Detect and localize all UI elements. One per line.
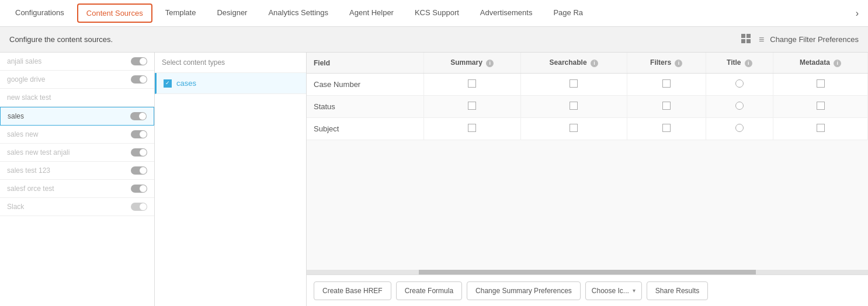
filters-status[interactable] xyxy=(627,96,706,118)
sidebar-label: sales new xyxy=(7,130,38,138)
content-types-header: Select content types xyxy=(155,53,306,73)
left-sidebar: anjali sales google drive new slack test… xyxy=(0,53,155,306)
col-header-metadata: Metadata i xyxy=(773,53,868,74)
checkbox[interactable] xyxy=(570,102,578,110)
cases-label: cases xyxy=(176,79,196,88)
change-summary-preferences-button[interactable]: Change Summary Preferences xyxy=(467,281,581,300)
nav-item-advertisements[interactable]: Advertisements xyxy=(470,0,543,26)
sidebar-item-new-slack-test[interactable]: new slack test xyxy=(0,89,154,107)
checkbox[interactable] xyxy=(468,102,476,110)
radio[interactable] xyxy=(735,79,744,88)
create-base-href-button[interactable]: Create Base HREF xyxy=(314,281,391,300)
toggle-sales-test-123[interactable] xyxy=(131,166,147,175)
summary-status[interactable] xyxy=(423,96,520,118)
checkbox[interactable] xyxy=(662,102,671,110)
title-subject[interactable] xyxy=(706,118,773,140)
create-formula-button[interactable]: Create Formula xyxy=(396,281,462,300)
nav-item-designer[interactable]: Designer xyxy=(206,0,258,26)
table-header-row: Field Summary i Searchable i F xyxy=(307,53,868,74)
bottom-bar: Create Base HREF Create Formula Change S… xyxy=(307,274,868,306)
checkbox[interactable] xyxy=(662,79,671,88)
sidebar-item-sales[interactable]: sales xyxy=(0,107,154,126)
content-type-cases[interactable]: cases xyxy=(155,73,306,94)
checkbox[interactable] xyxy=(570,124,578,132)
sidebar-label: google drive xyxy=(7,75,45,84)
filters-info-icon[interactable]: i xyxy=(675,60,682,67)
metadata-status[interactable] xyxy=(773,96,868,118)
checkbox[interactable] xyxy=(662,124,671,132)
checkbox[interactable] xyxy=(817,124,825,132)
toggle-slack[interactable] xyxy=(131,203,147,211)
grid-cell xyxy=(741,39,745,43)
filter-icon[interactable]: ≡ xyxy=(759,34,764,45)
configure-title: Configure the content sources. xyxy=(9,35,113,44)
table-body: Case Number Status xyxy=(307,74,868,140)
nav-item-agent-helper[interactable]: Agent Helper xyxy=(339,0,404,26)
searchable-info-icon[interactable]: i xyxy=(591,60,598,67)
nav-item-template[interactable]: Template xyxy=(155,0,207,26)
table-area: Field Summary i Searchable i F xyxy=(307,53,868,306)
metadata-info-icon[interactable]: i xyxy=(834,60,841,67)
title-case-number[interactable] xyxy=(706,74,773,96)
title-status[interactable] xyxy=(706,96,773,118)
filters-subject[interactable] xyxy=(627,118,706,140)
table-wrapper[interactable]: Field Summary i Searchable i F xyxy=(307,53,868,270)
radio[interactable] xyxy=(735,124,744,132)
title-info-icon[interactable]: i xyxy=(745,60,752,67)
choose-icon-dropdown[interactable]: Choose Ic... ▾ xyxy=(585,281,642,300)
radio[interactable] xyxy=(735,102,744,110)
checkbox[interactable] xyxy=(570,79,578,88)
sidebar-label: sales test 123 xyxy=(7,166,50,175)
sidebar-item-slack[interactable]: Slack xyxy=(0,198,154,216)
summary-info-icon[interactable]: i xyxy=(486,60,494,67)
col-header-title: Title i xyxy=(706,53,773,74)
nav-item-page-ra[interactable]: Page Ra xyxy=(543,0,593,26)
metadata-case-number[interactable] xyxy=(773,74,868,96)
checkbox[interactable] xyxy=(817,79,825,88)
cases-checkbox[interactable] xyxy=(164,79,172,88)
searchable-status[interactable] xyxy=(520,96,627,118)
toggle-google-drive[interactable] xyxy=(131,75,147,84)
sidebar-item-anjali-sales[interactable]: anjali sales xyxy=(0,53,154,71)
toggle-sales-new[interactable] xyxy=(131,130,147,138)
change-filter-button[interactable]: Change Filter Preferences xyxy=(770,35,859,44)
field-subject: Subject xyxy=(307,118,423,140)
toggle-anjali-sales[interactable] xyxy=(131,57,147,65)
header-bar: Configure the content sources. ≡ Change … xyxy=(0,27,868,53)
metadata-subject[interactable] xyxy=(773,118,868,140)
nav-item-content-sources[interactable]: Content Sources xyxy=(77,4,152,23)
grid-row-1 xyxy=(741,34,753,38)
nav-item-configurations[interactable]: Configurations xyxy=(5,0,75,26)
summary-subject[interactable] xyxy=(423,118,520,140)
sidebar-label: new slack test xyxy=(7,93,51,102)
toggle-salesforce-test[interactable] xyxy=(131,185,147,193)
searchable-case-number[interactable] xyxy=(520,74,627,96)
sidebar-item-sales-new[interactable]: sales new xyxy=(0,126,154,144)
fields-table: Field Summary i Searchable i F xyxy=(307,53,868,140)
col-header-searchable: Searchable i xyxy=(520,53,627,74)
sidebar-label: sales new test anjali xyxy=(7,148,70,157)
searchable-subject[interactable] xyxy=(520,118,627,140)
col-header-summary: Summary i xyxy=(423,53,520,74)
grid-view-icon[interactable] xyxy=(741,34,753,46)
horizontal-scrollbar[interactable] xyxy=(307,270,868,274)
toggle-sales-new-test-anjali[interactable] xyxy=(131,148,147,157)
sidebar-item-salesforce-test[interactable]: salesf orce test xyxy=(0,180,154,198)
checkbox[interactable] xyxy=(817,102,825,110)
nav-item-kcs-support[interactable]: KCS Support xyxy=(404,0,470,26)
summary-case-number[interactable] xyxy=(423,74,520,96)
nav-more-icon[interactable]: › xyxy=(851,8,863,19)
checkbox[interactable] xyxy=(468,124,476,132)
sidebar-item-sales-new-test-anjali[interactable]: sales new test anjali xyxy=(0,144,154,162)
dropdown-arrow-icon: ▾ xyxy=(633,287,636,294)
sidebar-label: Slack xyxy=(7,203,24,211)
share-results-button[interactable]: Share Results xyxy=(647,281,708,300)
sidebar-item-sales-test-123[interactable]: sales test 123 xyxy=(0,162,154,180)
main-area: Configure the content sources. ≡ Change … xyxy=(0,27,868,306)
nav-item-analytics-settings[interactable]: Analytics Settings xyxy=(258,0,339,26)
filters-case-number[interactable] xyxy=(627,74,706,96)
checkbox[interactable] xyxy=(468,79,476,88)
scroll-thumb[interactable] xyxy=(419,270,756,274)
toggle-sales[interactable] xyxy=(130,112,147,120)
sidebar-item-google-drive[interactable]: google drive xyxy=(0,71,154,89)
